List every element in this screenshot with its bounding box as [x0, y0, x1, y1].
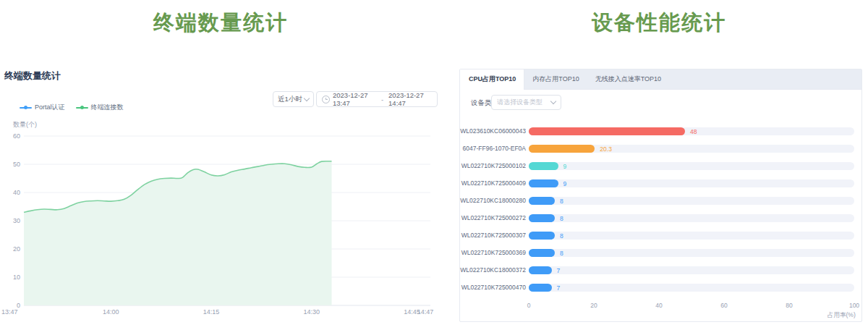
bar-track — [529, 197, 854, 205]
device-type-placeholder: 请选择设备类型 — [497, 98, 542, 107]
date-end: 2023-12-27 14:47 — [388, 91, 432, 107]
bar — [529, 214, 555, 222]
bar — [529, 127, 685, 135]
x-tick-label: 14:15 — [203, 308, 220, 316]
bar-track — [529, 214, 854, 222]
bar-x-axis-label: 占用率(%) — [827, 311, 856, 320]
bar-track — [529, 179, 854, 187]
bar-value-label: 8 — [560, 250, 563, 257]
x-tick-label: 13:47 — [1, 308, 18, 316]
chevron-down-icon — [304, 95, 310, 101]
y-tick-label: 40 — [13, 189, 20, 196]
bar-x-tick-label: 20 — [583, 302, 605, 309]
y-tick-label: 10 — [13, 274, 20, 281]
tab-0[interactable]: CPU占用TOP10 — [460, 69, 524, 90]
bar-value-label: 9 — [563, 163, 567, 170]
bar-category-label: WL022710KC18000280 — [460, 197, 526, 204]
bar-category-label: WL022710K725000272 — [460, 214, 526, 221]
date-start: 2023-12-27 13:47 — [333, 91, 376, 107]
legend-item-0[interactable]: Portal认证 — [20, 103, 65, 112]
x-tick-label: 14:30 — [303, 308, 320, 316]
bar-value-label: 8 — [560, 215, 563, 222]
bar-value-label: 20.3 — [600, 145, 612, 153]
bar-track — [529, 284, 854, 292]
bar-x-tick-label: 100 — [843, 302, 865, 309]
bar-category-label: WL022710K725000369 — [460, 249, 526, 256]
legend-marker-icon — [20, 105, 32, 111]
bar-track — [529, 249, 854, 257]
bar-category-label: WL023610KC06000043 — [460, 127, 526, 135]
bar-category-label: WL022710K725000470 — [460, 284, 526, 291]
bar — [529, 284, 552, 292]
bar-value-label: 7 — [557, 284, 561, 292]
bar-x-tick-label: 0 — [518, 302, 540, 309]
bar — [529, 266, 552, 274]
bar-x-tick-label: 80 — [778, 302, 800, 309]
y-tick-label: 30 — [13, 217, 20, 224]
y-tick-label: 50 — [13, 161, 20, 168]
terminal-section-title: 终端数量统计 — [0, 9, 441, 38]
bar — [529, 162, 558, 170]
y-tick-label: 60 — [13, 132, 20, 140]
legend-label: 终端连接数 — [91, 103, 124, 112]
performance-panel: CPU占用TOP10内存占用TOP10无线接入点速率TOP10 设备类型 请选择… — [459, 69, 862, 322]
date-range-picker[interactable]: 2023-12-27 13:47 - 2023-12-27 14:47 — [316, 91, 438, 107]
time-range-select[interactable]: 近1小时 — [273, 91, 314, 107]
chevron-down-icon — [550, 98, 556, 104]
bar-x-tick-label: 60 — [713, 302, 735, 309]
bar-value-label: 8 — [560, 232, 563, 240]
bar-track — [529, 232, 854, 240]
bar-category-label: 6047-FF96-1070-EF0A — [460, 145, 526, 152]
bar-value-label: 48 — [690, 128, 697, 135]
bar-category-label: WL022710KC18000372 — [460, 266, 526, 274]
bar-category-label: WL022710K725000102 — [460, 162, 526, 169]
bar — [529, 249, 555, 257]
x-tick-label: 14:00 — [103, 308, 119, 316]
x-tick-label: 14:47 — [417, 308, 434, 316]
bar-x-tick-label: 40 — [648, 302, 670, 309]
area-fill — [24, 161, 332, 305]
bar-category-label: WL022710K725000409 — [460, 179, 526, 187]
bar-track — [529, 162, 854, 170]
device-type-select[interactable]: 请选择设备类型 — [491, 95, 561, 110]
date-separator: - — [381, 96, 383, 103]
tab-1[interactable]: 内存占用TOP10 — [524, 69, 587, 89]
performance-section-title: 设备性能统计 — [456, 9, 862, 38]
legend-item-1[interactable]: 终端连接数 — [76, 103, 124, 112]
bar-track — [529, 266, 854, 274]
terminal-panel-title: 终端数量统计 — [4, 69, 61, 82]
bar-category-label: WL022710K725000307 — [460, 232, 526, 239]
clock-icon — [322, 96, 330, 103]
bar — [529, 232, 555, 240]
bar — [529, 145, 595, 153]
legend-label: Portal认证 — [35, 103, 65, 112]
tab-bar: CPU占用TOP10内存占用TOP10无线接入点速率TOP10 — [460, 69, 861, 90]
tab-2[interactable]: 无线接入点速率TOP10 — [587, 69, 669, 89]
y-tick-label: 20 — [13, 245, 20, 253]
bar — [529, 197, 555, 205]
bar-value-label: 8 — [560, 198, 563, 205]
bar — [529, 179, 558, 187]
time-range-value: 近1小时 — [278, 95, 302, 104]
terminal-line-chart: 010203040506013:4714:0014:1514:3014:4514… — [0, 129, 441, 330]
chart-legend: Portal认证终端连接数 — [20, 103, 124, 112]
bar-value-label: 9 — [563, 180, 567, 187]
bar-value-label: 7 — [557, 267, 561, 274]
legend-marker-icon — [76, 105, 88, 111]
